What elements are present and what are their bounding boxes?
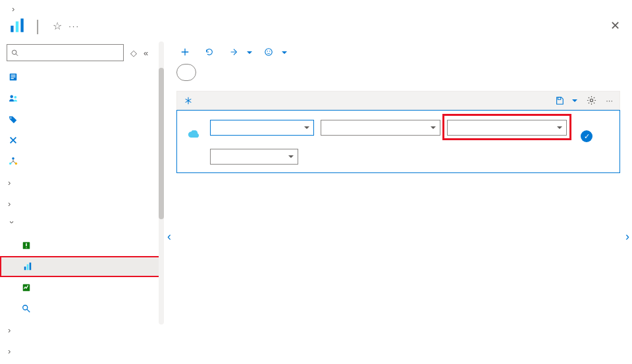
sidebar-item-security[interactable]: › bbox=[0, 193, 164, 214]
svg-line-21 bbox=[27, 309, 30, 312]
chart-action-bar: ··· bbox=[176, 91, 620, 110]
svg-rect-2 bbox=[20, 18, 23, 32]
close-icon[interactable]: ✕ bbox=[610, 18, 620, 33]
page-header: | ☆ ··· ✕ bbox=[0, 14, 632, 36]
sidebar-item-alerts[interactable] bbox=[0, 235, 164, 256]
page-subtitle bbox=[0, 36, 632, 41]
sidebar-item-monitoring[interactable]: › bbox=[0, 214, 164, 235]
sidebar-item-logs[interactable] bbox=[0, 298, 164, 319]
apply-splitting-button[interactable] bbox=[184, 96, 196, 105]
svg-point-22 bbox=[265, 49, 273, 56]
svg-line-4 bbox=[16, 53, 18, 55]
resource-viz-icon bbox=[8, 156, 18, 167]
sidebar-item-tags[interactable] bbox=[0, 109, 164, 130]
sidebar-item-help[interactable]: › bbox=[0, 340, 164, 361]
diag-settings-icon bbox=[21, 282, 32, 293]
resource-icon bbox=[8, 16, 26, 35]
svg-point-10 bbox=[14, 95, 16, 98]
time-range-pill[interactable] bbox=[176, 64, 196, 81]
sidebar-item-rm[interactable]: › bbox=[0, 172, 164, 193]
svg-point-9 bbox=[10, 95, 13, 98]
metric-select[interactable] bbox=[447, 120, 567, 136]
sidebar-scrollbar[interactable] bbox=[159, 41, 164, 325]
save-icon bbox=[555, 96, 564, 105]
sidebar-item-metrics[interactable] bbox=[0, 256, 164, 277]
chart-prev-icon[interactable]: ‹ bbox=[167, 230, 171, 244]
namespace-select[interactable] bbox=[321, 120, 440, 136]
svg-point-11 bbox=[11, 117, 12, 118]
svg-point-23 bbox=[267, 51, 268, 51]
favorite-icon[interactable]: ☆ bbox=[53, 20, 62, 32]
share-button[interactable] bbox=[225, 45, 256, 59]
sidebar-item-iam[interactable] bbox=[0, 88, 164, 109]
chart-area: ‹ › bbox=[176, 182, 620, 301]
search-input[interactable] bbox=[23, 48, 119, 58]
new-chart-button[interactable] bbox=[176, 45, 197, 59]
svg-rect-7 bbox=[11, 76, 16, 77]
breadcrumb-sep: › bbox=[12, 4, 14, 14]
scope-select[interactable] bbox=[210, 120, 314, 136]
svg-point-12 bbox=[12, 157, 14, 160]
activity-log-icon bbox=[8, 72, 18, 82]
iam-icon bbox=[8, 93, 18, 103]
svg-rect-18 bbox=[30, 263, 32, 270]
metric-config: ✓ bbox=[176, 110, 620, 173]
svg-point-24 bbox=[269, 51, 270, 51]
svg-rect-0 bbox=[11, 26, 13, 32]
sidebar-item-diagnose[interactable] bbox=[0, 130, 164, 151]
search-icon bbox=[11, 49, 19, 57]
svg-point-26 bbox=[591, 99, 593, 101]
logs-icon bbox=[21, 303, 32, 314]
svg-rect-1 bbox=[16, 22, 18, 32]
sidebar-item-rv[interactable] bbox=[0, 151, 164, 172]
chart-settings-icon[interactable] bbox=[587, 95, 596, 105]
main-content: ··· ✓ bbox=[165, 41, 632, 346]
chevron-right-icon: › bbox=[8, 178, 16, 188]
svg-point-3 bbox=[12, 50, 16, 55]
aggregation-select[interactable] bbox=[210, 149, 298, 165]
collapse-icon[interactable]: « bbox=[144, 48, 148, 58]
chevron-right-icon: › bbox=[8, 346, 16, 356]
sidebar: ◇ « › › › › › bbox=[0, 41, 165, 346]
svg-rect-17 bbox=[27, 265, 29, 271]
pin-icon[interactable]: ◇ bbox=[130, 48, 137, 58]
save-dashboard-button[interactable] bbox=[555, 96, 577, 105]
cloud-icon bbox=[188, 118, 203, 138]
chevron-right-icon: › bbox=[8, 325, 16, 335]
chevron-down-icon: › bbox=[7, 221, 17, 228]
alerts-icon bbox=[21, 240, 32, 251]
svg-point-20 bbox=[23, 305, 28, 310]
svg-rect-16 bbox=[24, 267, 26, 270]
split-icon bbox=[184, 96, 193, 105]
feedback-button[interactable] bbox=[260, 45, 291, 59]
metrics-icon bbox=[22, 261, 33, 272]
metrics-chart bbox=[190, 182, 574, 288]
config-confirm-icon[interactable]: ✓ bbox=[573, 118, 600, 142]
chart-more-icon[interactable]: ··· bbox=[606, 95, 613, 105]
breadcrumb: › bbox=[0, 0, 632, 14]
sidebar-item-automation[interactable]: › bbox=[0, 319, 164, 340]
refresh-button[interactable] bbox=[201, 45, 221, 59]
svg-rect-6 bbox=[11, 75, 16, 76]
diagnose-icon bbox=[8, 135, 18, 145]
chart-next-icon[interactable]: › bbox=[625, 230, 629, 244]
sidebar-search[interactable] bbox=[7, 44, 124, 61]
metrics-toolbar bbox=[165, 41, 632, 63]
sidebar-item-activity[interactable] bbox=[0, 66, 164, 88]
more-icon[interactable]: ··· bbox=[68, 21, 80, 31]
chevron-right-icon: › bbox=[8, 199, 16, 209]
svg-rect-25 bbox=[558, 97, 561, 99]
svg-rect-8 bbox=[11, 78, 14, 79]
tag-icon bbox=[8, 114, 18, 124]
sidebar-item-diag-settings[interactable] bbox=[0, 277, 164, 298]
